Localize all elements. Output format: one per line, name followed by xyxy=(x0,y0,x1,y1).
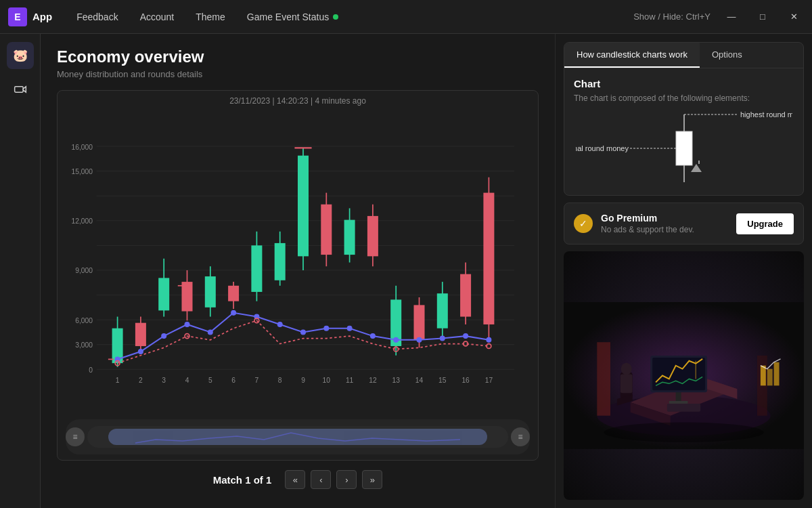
svg-text:1: 1 xyxy=(116,377,120,384)
svg-text:7: 7 xyxy=(255,377,259,384)
svg-point-82 xyxy=(324,326,329,331)
next-page-button[interactable]: › xyxy=(336,470,357,489)
svg-point-117 xyxy=(621,363,632,375)
svg-rect-40 xyxy=(135,323,146,346)
close-button[interactable]: ✕ xyxy=(784,9,804,25)
app-logo: E xyxy=(8,7,27,26)
svg-rect-121 xyxy=(761,366,766,386)
premium-icon: ✓ xyxy=(574,214,593,233)
status-dot-icon xyxy=(333,14,338,20)
svg-point-124 xyxy=(604,423,764,443)
svg-text:12: 12 xyxy=(369,377,377,384)
promo-image xyxy=(564,251,804,500)
first-page-button[interactable]: « xyxy=(285,470,305,489)
svg-point-75 xyxy=(162,334,166,339)
svg-text:6,000: 6,000 xyxy=(75,317,93,324)
svg-text:17: 17 xyxy=(485,377,493,384)
nav-feedback[interactable]: Feedback xyxy=(66,7,129,26)
tab-how-candlestick[interactable]: How candlestick charts work xyxy=(564,43,700,68)
svg-rect-0 xyxy=(14,87,23,92)
svg-text:0: 0 xyxy=(89,366,93,374)
nav-game-status[interactable]: Game Event Status xyxy=(236,7,349,26)
scrollbar-track[interactable] xyxy=(87,426,508,448)
last-page-button[interactable]: » xyxy=(362,470,382,489)
scrollbar-left-handle[interactable]: ≡ xyxy=(66,427,85,446)
svg-text:16,000: 16,000 xyxy=(72,144,93,151)
svg-point-86 xyxy=(417,337,422,342)
premium-subtitle: No ads & support the dev. xyxy=(601,225,728,234)
promo-background xyxy=(564,251,804,500)
chart-scrollbar[interactable]: ≡ ≡ xyxy=(66,419,530,454)
upgrade-button[interactable]: Upgrade xyxy=(736,213,794,234)
chart-section-sub: The chart is composed of the following e… xyxy=(574,93,794,103)
sidebar-economy-icon[interactable]: 🐷 xyxy=(7,42,34,69)
svg-text:2: 2 xyxy=(139,377,143,384)
prev-page-button[interactable]: ‹ xyxy=(311,470,331,489)
right-panel: How candlestick charts work Options Char… xyxy=(555,34,812,508)
svg-rect-72 xyxy=(483,193,494,324)
svg-point-84 xyxy=(370,334,375,339)
svg-rect-47 xyxy=(205,276,216,308)
svg-point-83 xyxy=(347,326,352,331)
center-panel: Economy overview Money distribution and … xyxy=(41,34,555,508)
promo-illustration xyxy=(564,251,804,500)
svg-text:3,000: 3,000 xyxy=(75,341,93,349)
svg-text:14: 14 xyxy=(415,377,424,384)
candlestick-chart[interactable]: 16,000 15,000 12,000 9,000 6,000 3,000 0… xyxy=(66,108,530,417)
svg-point-74 xyxy=(138,350,143,354)
titlebar-right: Show / Hide: Ctrl+Y — □ ✕ xyxy=(633,9,804,25)
chart-section-title: Chart xyxy=(574,78,794,89)
svg-point-81 xyxy=(301,330,306,335)
page-title: Economy overview xyxy=(57,47,539,66)
svg-text:11: 11 xyxy=(346,377,354,384)
svg-rect-55 xyxy=(298,156,309,257)
scrollbar-right-handle[interactable]: ≡ xyxy=(511,427,530,446)
svg-text:4: 4 xyxy=(185,377,189,384)
sidebar-video-icon[interactable] xyxy=(7,76,34,103)
svg-rect-66 xyxy=(414,305,425,339)
tab-options[interactable]: Options xyxy=(700,43,754,68)
svg-text:10: 10 xyxy=(323,377,331,384)
svg-rect-123 xyxy=(774,362,780,386)
svg-text:highest round money: highest round money xyxy=(740,111,792,119)
svg-text:15: 15 xyxy=(438,377,447,384)
svg-rect-122 xyxy=(767,369,773,386)
chart-container: 23/11/2023 | 14:20:23 | 4 minutes ago 16… xyxy=(57,90,539,461)
maximize-button[interactable]: □ xyxy=(752,9,773,25)
svg-rect-110 xyxy=(669,401,688,404)
svg-rect-119 xyxy=(597,342,610,415)
svg-point-89 xyxy=(487,337,491,342)
svg-rect-114 xyxy=(667,404,700,412)
svg-rect-51 xyxy=(251,245,262,292)
chart-timestamp: 23/11/2023 | 14:20:23 | 4 minutes ago xyxy=(58,91,538,108)
main-content: 🐷 Economy overview Money distribution an… xyxy=(0,34,812,508)
svg-rect-62 xyxy=(367,216,378,256)
svg-text:5: 5 xyxy=(208,377,212,384)
card-body: Chart The chart is composed of the follo… xyxy=(564,68,803,195)
svg-point-87 xyxy=(440,336,445,341)
svg-text:13: 13 xyxy=(392,377,400,384)
svg-point-77 xyxy=(208,330,212,335)
svg-text:12,000: 12,000 xyxy=(72,217,93,225)
chart-area: 16,000 15,000 12,000 9,000 6,000 3,000 0… xyxy=(58,108,538,417)
svg-text:16: 16 xyxy=(461,377,470,384)
svg-text:final round money: final round money xyxy=(576,144,629,152)
svg-rect-58 xyxy=(321,205,332,255)
svg-text:15,000: 15,000 xyxy=(72,168,93,175)
candlestick-diagram: highest round money final round money xyxy=(574,111,794,186)
svg-text:9: 9 xyxy=(301,377,305,384)
svg-rect-49 xyxy=(228,286,239,301)
minimize-button[interactable]: — xyxy=(721,9,742,25)
svg-rect-70 xyxy=(460,274,471,317)
svg-rect-97 xyxy=(676,131,692,165)
nav-account[interactable]: Account xyxy=(129,7,185,26)
svg-rect-118 xyxy=(621,375,633,394)
match-label: Match 1 of 1 xyxy=(213,474,272,486)
info-card: How candlestick charts work Options Char… xyxy=(564,42,804,196)
svg-text:8: 8 xyxy=(278,377,282,384)
premium-card: ✓ Go Premium No ads & support the dev. U… xyxy=(564,203,804,245)
nav-theme[interactable]: Theme xyxy=(185,7,236,26)
annotation-svg: highest round money final round money xyxy=(576,111,792,186)
nav-menu: Feedback Account Theme Game Event Status xyxy=(66,7,633,26)
svg-text:9,000: 9,000 xyxy=(75,268,93,275)
